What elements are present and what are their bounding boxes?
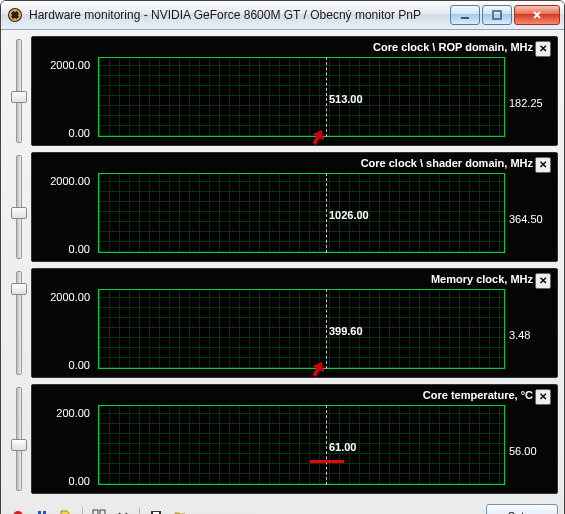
y-axis-max: 2000.00 [36, 291, 90, 303]
chart-title: Core temperature, °C [423, 389, 533, 401]
scale-slider[interactable] [7, 384, 31, 494]
toolbar: Setup [7, 502, 558, 514]
y-axis-min: 0.00 [36, 243, 90, 255]
current-value: 364.50 [509, 213, 553, 225]
plot-area [98, 173, 505, 253]
panels-button[interactable] [88, 505, 110, 514]
cursor-line [326, 173, 327, 253]
window: Hardware monitoring - NVIDIA GeForce 860… [0, 0, 565, 514]
app-icon [7, 7, 23, 23]
scale-slider[interactable] [7, 36, 31, 146]
svg-rect-3 [493, 11, 501, 19]
save-button[interactable] [145, 505, 167, 514]
y-axis-min: 0.00 [36, 127, 90, 139]
cursor-value: 513.00 [329, 93, 363, 105]
scale-slider[interactable] [7, 152, 31, 262]
close-button[interactable] [514, 5, 560, 25]
cursor-value: 61.00 [329, 441, 357, 453]
title-bar[interactable]: Hardware monitoring - NVIDIA GeForce 860… [1, 1, 564, 30]
tag-button[interactable] [55, 505, 77, 514]
plot-area [98, 405, 505, 485]
scale-slider[interactable] [7, 268, 31, 378]
chart-close-button[interactable]: ✕ [535, 157, 551, 173]
plot-area [98, 289, 505, 369]
record-button[interactable] [7, 505, 29, 514]
chart-panels: Core clock \ ROP domain, MHz✕2000.000.00… [7, 36, 558, 494]
open-button[interactable] [169, 505, 191, 514]
chart-close-button[interactable]: ✕ [535, 273, 551, 289]
current-value: 182.25 [509, 97, 553, 109]
svg-rect-7 [93, 510, 98, 514]
chart-close-button[interactable]: ✕ [535, 41, 551, 57]
arrow-icon [308, 127, 328, 146]
maximize-button[interactable] [482, 5, 512, 25]
cursor-line [326, 405, 327, 485]
cursor-line [326, 57, 327, 137]
y-axis-max: 2000.00 [36, 59, 90, 71]
y-axis-max: 2000.00 [36, 175, 90, 187]
cursor-value: 1026.00 [329, 209, 369, 221]
chart-panel[interactable]: Memory clock, MHz✕2000.000.003.48399.60 [31, 268, 558, 378]
toolbar-separator [82, 507, 83, 514]
svg-rect-8 [100, 510, 105, 514]
chart-panel[interactable]: Core clock \ ROP domain, MHz✕2000.000.00… [31, 36, 558, 146]
y-axis-min: 0.00 [36, 359, 90, 371]
plot-area [98, 57, 505, 137]
chart-title: Memory clock, MHz [431, 273, 533, 285]
current-value: 56.00 [509, 445, 553, 457]
red-marker [310, 460, 344, 463]
arrow-icon [308, 359, 328, 378]
pause-button[interactable] [31, 505, 53, 514]
minimize-button[interactable] [450, 5, 480, 25]
chart-title: Core clock \ shader domain, MHz [361, 157, 533, 169]
svg-rect-2 [461, 17, 469, 19]
expand-button[interactable] [112, 505, 134, 514]
y-axis-min: 0.00 [36, 475, 90, 487]
toolbar-separator [139, 507, 140, 514]
chart-panel[interactable]: Core clock \ shader domain, MHz✕2000.000… [31, 152, 558, 262]
window-title: Hardware monitoring - NVIDIA GeForce 860… [29, 8, 450, 22]
y-axis-max: 200.00 [36, 407, 90, 419]
chart-panel[interactable]: Core temperature, °C✕200.000.0056.0061.0… [31, 384, 558, 494]
setup-button[interactable]: Setup [486, 504, 558, 514]
cursor-value: 399.60 [329, 325, 363, 337]
chart-close-button[interactable]: ✕ [535, 389, 551, 405]
chart-title: Core clock \ ROP domain, MHz [373, 41, 533, 53]
cursor-line [326, 289, 327, 369]
current-value: 3.48 [509, 329, 553, 341]
